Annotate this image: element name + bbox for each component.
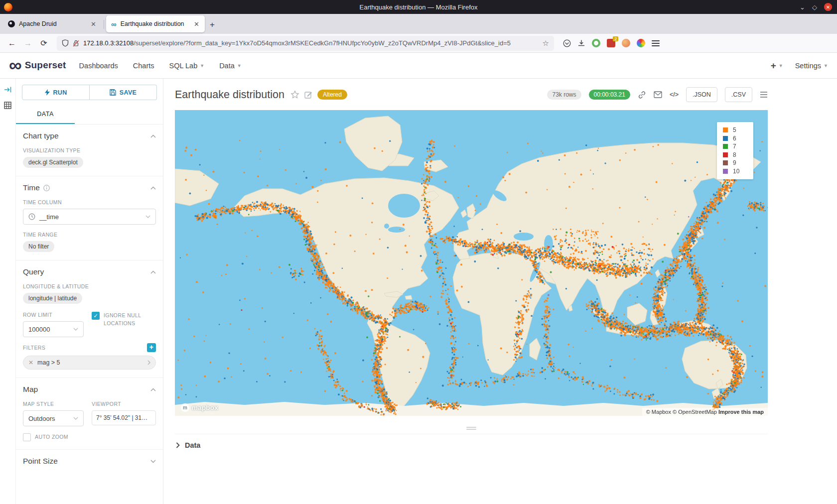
filter-pill[interactable]: ✕ mag > 5 [23, 356, 156, 370]
viz-type-label: VISUALIZATION TYPE [23, 147, 156, 153]
chevron-up-icon[interactable] [150, 186, 156, 190]
extension-orange-icon[interactable] [622, 39, 630, 47]
ignore-null-checkbox[interactable]: ✓ [92, 312, 100, 320]
map-attribution: © Mapbox © OpenStreetMap Improve this ma… [642, 408, 768, 416]
section-query: Query LONGITUDE & LATITUDE longitude | l… [16, 260, 163, 378]
map-style-value: Outdoors [28, 415, 55, 422]
url-bar[interactable]: 172.18.0.3:32108/superset/explore/?form_… [57, 36, 554, 51]
save-button[interactable]: SAVE [90, 85, 157, 100]
data-results-collapse[interactable]: Data [175, 434, 768, 449]
remove-filter-icon[interactable]: ✕ [28, 359, 33, 366]
lonlat-label: LONGITUDE & LATITUDE [23, 283, 156, 289]
chevron-down-icon: ▼ [779, 63, 783, 68]
nav-item-data[interactable]: Data▼ [219, 62, 242, 70]
url-host: 172.18.0.3:32108 [83, 39, 134, 47]
shield-icon[interactable] [62, 39, 69, 47]
lonlat-value[interactable]: longitude | latitude [23, 293, 82, 304]
reload-button[interactable]: ⟳ [37, 36, 51, 50]
tab-separator [104, 20, 104, 29]
save-disk-icon [110, 89, 116, 96]
chevron-down-icon: ▼ [200, 63, 204, 68]
export-csv-button[interactable]: .CSV [725, 87, 752, 102]
row-count-badge: 73k rows [547, 90, 581, 100]
tab-close-icon[interactable]: ✕ [89, 20, 98, 28]
insecure-lock-icon[interactable] [73, 40, 79, 47]
nav-item-charts[interactable]: Charts [133, 62, 154, 70]
export-json-button[interactable]: .JSON [686, 87, 717, 102]
map-style-select[interactable]: Outdoors [23, 410, 84, 426]
pocket-save-icon[interactable] [563, 39, 571, 47]
collapse-panel-icon[interactable] [4, 86, 12, 94]
viz-type-value[interactable]: deck.gl Scatterplot [23, 157, 83, 168]
chevron-up-icon[interactable] [150, 270, 156, 274]
window-close-icon[interactable]: ✕ [824, 3, 832, 11]
chevron-down-icon [145, 215, 150, 218]
share-link-icon[interactable] [638, 91, 646, 99]
panel-resize-handle[interactable] [466, 427, 476, 430]
map-style-label: MAP STYLE [23, 401, 84, 407]
window-minimize-icon[interactable]: ⌄ [800, 4, 805, 10]
settings-menu[interactable]: Settings ▼ [795, 62, 828, 70]
chevron-up-icon[interactable] [150, 134, 156, 138]
nav-item-dashboards[interactable]: Dashboards [79, 62, 118, 70]
tab-close-icon[interactable]: ✕ [192, 20, 201, 28]
extension-blocker-icon[interactable]: 2 [607, 39, 615, 47]
query-timer-badge: 00:00:03.21 [589, 90, 630, 100]
window-maximize-icon[interactable]: ◇ [812, 4, 817, 10]
section-header-point-size[interactable]: Point Size [23, 457, 156, 466]
section-header-query[interactable]: Query [23, 267, 156, 276]
extension-pinwheel-icon[interactable] [637, 39, 645, 47]
section-header-time[interactable]: Time [23, 183, 156, 192]
superset-favicon-icon: ∞ [111, 20, 117, 28]
browser-menu-icon[interactable] [652, 39, 660, 48]
clock-icon [28, 213, 35, 220]
chevron-down-icon[interactable] [150, 460, 156, 463]
run-button[interactable]: RUN [22, 85, 90, 100]
time-range-value[interactable]: No filter [23, 241, 54, 252]
edit-properties-icon[interactable] [304, 91, 312, 99]
ignore-null-checkbox-row[interactable]: ✓ IGNORE NULL LOCATIONS [92, 312, 156, 328]
deckgl-map[interactable]: 5 6 7 8 9 10 m mapbox © Mapbox © OpenStr… [175, 110, 768, 416]
tab-data[interactable]: DATA [16, 106, 75, 124]
add-new-button[interactable]: + ▼ [771, 60, 783, 71]
auto-zoom-checkbox[interactable] [23, 433, 31, 441]
improve-map-link[interactable]: Improve this map [718, 409, 764, 415]
legend-item: 7 [723, 142, 753, 151]
extension-green-icon[interactable] [592, 39, 600, 47]
ignore-null-label: IGNORE NULL LOCATIONS [104, 312, 148, 328]
viewport-value[interactable]: 7° 35' 54.02" | 31… [92, 410, 156, 425]
new-tab-button[interactable]: + [210, 20, 215, 30]
row-limit-select[interactable]: 100000 [23, 321, 84, 337]
legend-swatch [723, 152, 728, 157]
chart-menu-icon[interactable] [760, 91, 768, 98]
url-text[interactable]: 172.18.0.3:32108/superset/explore/?form_… [83, 39, 539, 47]
email-icon[interactable] [654, 91, 662, 98]
chevron-down-icon: ▼ [237, 63, 242, 68]
mapbox-logo-icon: m [181, 403, 189, 412]
tab-earthquake-distribution[interactable]: ∞ Earthquake distribution ✕ [106, 15, 205, 32]
time-column-select[interactable]: __time [23, 209, 156, 225]
datasource-grid-icon[interactable] [4, 102, 11, 109]
chevron-down-icon [73, 417, 78, 420]
legend-item: 5 [723, 126, 753, 134]
auto-zoom-row[interactable]: AUTO ZOOM [23, 433, 156, 441]
time-range-label: TIME RANGE [23, 232, 156, 238]
embed-code-icon[interactable]: </> [670, 91, 679, 98]
altered-badge[interactable]: Altered [317, 90, 347, 100]
mapbox-logo[interactable]: m mapbox [181, 403, 218, 412]
add-filter-button[interactable]: + [147, 343, 156, 352]
back-button[interactable]: ← [5, 36, 19, 50]
legend-item: 9 [723, 159, 753, 167]
superset-logo[interactable]: ∞ Superset [9, 58, 66, 73]
section-header-chart-type[interactable]: Chart type [23, 131, 156, 140]
tab-title: Apache Druid [19, 20, 85, 27]
chevron-up-icon[interactable] [150, 388, 156, 391]
section-header-map[interactable]: Map [23, 385, 156, 394]
downloads-icon[interactable] [577, 39, 585, 47]
bookmark-star-icon[interactable]: ☆ [543, 39, 549, 48]
nav-item-sql-lab[interactable]: SQL Lab▼ [169, 62, 205, 70]
tab-apache-druid[interactable]: Apache Druid ✕ [3, 15, 102, 32]
window-titlebar: Earthquake distribution — Mozilla Firefo… [0, 0, 837, 14]
favorite-star-icon[interactable] [290, 90, 299, 99]
forward-button[interactable]: → [21, 36, 35, 50]
